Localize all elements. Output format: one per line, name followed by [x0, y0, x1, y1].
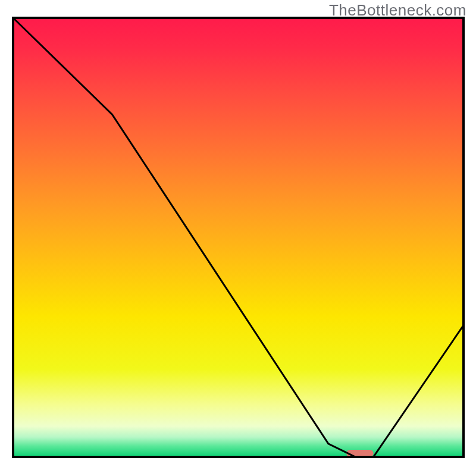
- watermark-text: TheBottleneck.com: [329, 1, 466, 20]
- chart-container: { "watermark": "TheBottleneck.com", "cha…: [0, 0, 476, 476]
- bottleneck-chart: [0, 0, 476, 476]
